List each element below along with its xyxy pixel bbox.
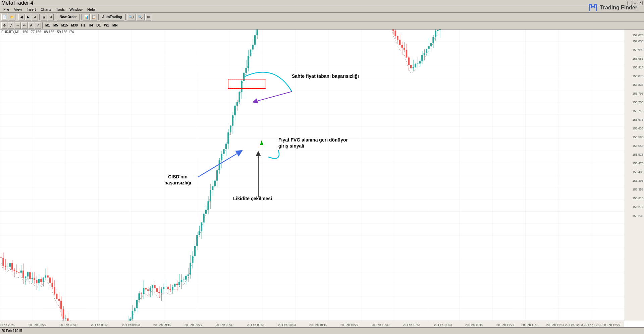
price-label: 156.395 xyxy=(632,179,643,182)
time-axis: 20 Feb 202520 Feb 08:2720 Feb 08:3920 Fe… xyxy=(0,321,624,327)
period-h4[interactable]: H4 xyxy=(88,23,95,27)
menu-tools[interactable]: Tools xyxy=(54,7,67,12)
price-label: 156.675 xyxy=(632,118,643,121)
separator5 xyxy=(98,14,99,20)
hline-button[interactable]: ─ xyxy=(15,22,21,29)
time-label: 20 Feb 11:15 xyxy=(465,323,483,327)
titlebar: MetaTrader 4 _ □ ✕ xyxy=(0,0,644,6)
time-label: 20 Feb 09:51 xyxy=(247,323,265,327)
statusbar: 20 Feb 11915 xyxy=(0,327,644,334)
sep-t2 xyxy=(42,22,43,29)
period-m1[interactable]: M1 xyxy=(44,23,51,27)
indicators-button[interactable]: 📊 xyxy=(83,14,90,20)
status-date: 20 Feb 11915 xyxy=(1,329,22,333)
separator4 xyxy=(81,14,82,20)
menu-insert[interactable]: Insert xyxy=(24,7,38,12)
zoom-in-button[interactable]: 🔍+ xyxy=(127,14,136,20)
options-button[interactable]: ⚙ xyxy=(48,14,54,20)
symbol-info: EURJPY,M1 156.177 156.188 156.159 156.17… xyxy=(0,30,75,35)
symbol-values: 156.177 156.188 156.159 156.174 xyxy=(22,30,74,34)
time-label: 20 Feb 12:27 xyxy=(602,323,620,327)
toolbar1: 📄 📂 ◀ ▶ ↺ 🖨 ⚙ New Order 📊 📋 AutoTrading … xyxy=(0,13,644,21)
time-label: 20 Feb 12:15 xyxy=(584,323,601,327)
period-m5[interactable]: M5 xyxy=(52,23,59,27)
text-button[interactable]: A xyxy=(28,22,34,29)
price-label: 156.595 xyxy=(632,135,643,139)
period-h1[interactable]: H1 xyxy=(80,23,87,27)
price-label: 156.235 xyxy=(632,214,643,218)
separator3 xyxy=(55,14,55,20)
new-order-button[interactable]: New Order xyxy=(57,14,80,20)
period-mn[interactable]: MN xyxy=(111,23,119,27)
line-button[interactable]: ╱ xyxy=(8,22,14,29)
time-label: 20 Feb 11:51 xyxy=(546,323,564,327)
menu-help[interactable]: Help xyxy=(85,7,97,12)
time-label: 20 Feb 10:27 xyxy=(340,323,358,327)
zoom-out-button[interactable]: 🔍- xyxy=(137,14,144,20)
print-button[interactable]: 🖨 xyxy=(41,14,47,20)
price-label: 156.315 xyxy=(632,197,643,200)
autotrading-button[interactable]: AutoTrading xyxy=(100,14,124,20)
price-axis: 157.075157.035156.995156.955156.915156.8… xyxy=(624,30,644,321)
time-label: 20 Feb 12:03 xyxy=(565,323,583,327)
time-label: 20 Feb 10:15 xyxy=(309,323,327,327)
autotrading-label: AutoTrading xyxy=(102,15,122,19)
time-label: 20 Feb 09:39 xyxy=(216,323,233,327)
price-label: 156.515 xyxy=(632,153,643,156)
back-button[interactable]: ◀ xyxy=(18,14,24,20)
separator1 xyxy=(17,14,17,20)
period-d1[interactable]: D1 xyxy=(95,23,102,27)
menu-view[interactable]: View xyxy=(12,7,24,12)
time-label: 20 Feb 10:51 xyxy=(403,323,421,327)
templates-button[interactable]: 📋 xyxy=(90,14,97,20)
price-label: 156.875 xyxy=(632,74,643,78)
price-label: 156.915 xyxy=(632,66,643,69)
time-label: 20 Feb 2025 xyxy=(0,323,15,327)
period-w1[interactable]: W1 xyxy=(103,23,110,27)
separator2 xyxy=(39,14,40,20)
menu-charts[interactable]: Charts xyxy=(39,7,53,12)
logo-icon xyxy=(588,3,598,13)
chart-container: Sahte fiyat tabanı başarısızlığı Fiyat F… xyxy=(0,30,644,327)
time-label: 20 Feb 09:03 xyxy=(122,323,140,327)
price-label: 156.795 xyxy=(632,92,643,95)
period-m15[interactable]: M15 xyxy=(60,23,69,27)
chart-area[interactable]: Sahte fiyat tabanı başarısızlığı Fiyat F… xyxy=(0,30,624,321)
time-label: 20 Feb 11:27 xyxy=(496,323,514,327)
price-label: 156.635 xyxy=(632,127,643,130)
open-button[interactable]: 📂 xyxy=(9,14,15,20)
time-label: 20 Feb 10:39 xyxy=(372,323,389,327)
separator6 xyxy=(125,14,126,20)
time-label: 20 Feb 09:27 xyxy=(184,323,202,327)
menu-file[interactable]: File xyxy=(1,7,11,12)
price-label: 156.435 xyxy=(632,170,643,174)
close-button[interactable]: ✕ xyxy=(638,1,643,5)
fit-button[interactable]: ⊞ xyxy=(145,14,151,20)
price-label: 156.555 xyxy=(632,144,643,148)
price-label: 157.035 xyxy=(632,40,643,43)
price-label: 156.355 xyxy=(632,188,643,191)
time-label: 20 Feb 09:15 xyxy=(153,323,171,327)
logo: Trading Finder xyxy=(588,3,637,13)
price-label: 156.955 xyxy=(632,57,643,60)
price-label: 156.275 xyxy=(632,205,643,209)
forward-button[interactable]: ▶ xyxy=(25,14,31,20)
menu-window[interactable]: Window xyxy=(67,7,85,12)
time-label: 20 Feb 11:03 xyxy=(434,323,452,327)
price-label: 156.475 xyxy=(632,162,643,165)
time-label: 20 Feb 08:51 xyxy=(91,323,109,327)
refresh-button[interactable]: ↺ xyxy=(32,14,38,20)
time-label: 20 Feb 10:03 xyxy=(278,323,296,327)
new-chart-button[interactable]: 📄 xyxy=(1,14,8,20)
toolbar2: ✛ ╱ ─ ✏ A ↗ M1 M5 M15 M30 H1 H4 D1 W1 MN xyxy=(0,21,644,30)
chart-canvas[interactable] xyxy=(0,30,624,321)
draw-button[interactable]: ✏ xyxy=(21,22,28,29)
period-m30[interactable]: M30 xyxy=(70,23,79,27)
crosshair-button[interactable]: ✛ xyxy=(1,22,7,29)
titlebar-title: MetaTrader 4 xyxy=(1,0,33,6)
arrow-button[interactable]: ↗ xyxy=(35,22,41,29)
price-label: 156.755 xyxy=(632,101,643,104)
menubar: File View Insert Charts Tools Window Hel… xyxy=(0,6,644,13)
symbol-name: EURJPY,M1 xyxy=(1,30,20,34)
time-label: 20 Feb 08:27 xyxy=(29,323,46,327)
